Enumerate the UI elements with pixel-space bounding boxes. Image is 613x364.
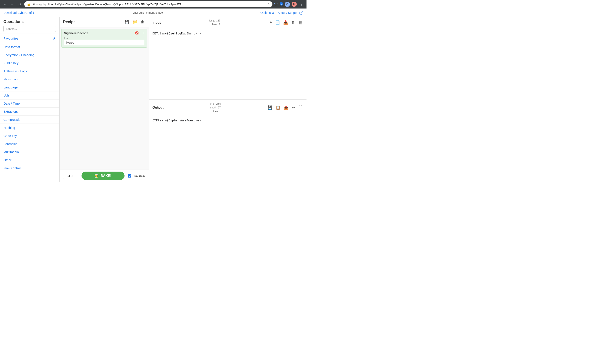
auto-bake-checkbox[interactable] [128, 174, 131, 178]
sidebar-item-hashing[interactable]: Hashing [0, 124, 59, 132]
output-time-label: time: [210, 102, 215, 105]
output-length-value: 27 [218, 106, 221, 109]
notification-badge: 🛡 [274, 2, 278, 7]
bake-button[interactable]: 👨‍🍳 BAKE! [82, 172, 124, 180]
sidebar-item-encryption-encoding[interactable]: Encryption / Encoding [0, 51, 59, 59]
search-input[interactable] [3, 26, 56, 32]
recipe-card-header: Vigenère Decode 🚫 ⏸ [64, 31, 144, 35]
input-panel-header: Input length: 27 lines: 1 + 📄 📥 🗑 ▦ [149, 17, 306, 28]
nav-buttons: ← → ↺ [2, 1, 23, 7]
forensics-label: Forensics [3, 142, 17, 146]
bake-icon: 👨‍🍳 [95, 174, 99, 178]
grid-input-button[interactable]: ▦ [298, 20, 303, 25]
recipe-card-title: Vigenère Decode [64, 31, 88, 35]
recipe-header: Recipe 💾 📁 🗑 [60, 17, 149, 27]
profile-avatar[interactable]: G [285, 2, 290, 7]
export-output-button[interactable]: 📤 [283, 105, 289, 110]
notification-count: 9 [280, 2, 283, 6]
import-input-button[interactable]: 📥 [283, 20, 289, 25]
about-support-button[interactable]: About / Support ? [278, 11, 303, 15]
download-cyberchef-link[interactable]: Download CyberChef ⬇ [3, 11, 35, 14]
sidebar-item-favourites[interactable]: Favourites ★ [0, 34, 59, 43]
topbar: Download CyberChef ⬇ Last build: 6 month… [0, 9, 306, 17]
sidebar-item-arithmetic-logic[interactable]: Arithmetic / Logic [0, 67, 59, 75]
encryption-encoding-label: Encryption / Encoding [3, 53, 34, 57]
copy-output-button[interactable]: 📋 [275, 105, 281, 110]
output-panel-header: Output time: 0ms length: 27 lines: 1 [149, 100, 306, 115]
profile-avatar-2[interactable]: U [292, 2, 297, 7]
recipe-title: Recipe [63, 20, 76, 24]
sidebar-item-date-time[interactable]: Date / Time [0, 100, 59, 108]
delete-input-button[interactable]: 🗑 [290, 20, 296, 25]
key-field: Key [64, 37, 144, 45]
key-input[interactable] [64, 40, 144, 45]
extractors-label: Extractors [3, 110, 18, 113]
open-input-button[interactable]: 📄 [274, 20, 281, 25]
last-build-text: Last build: 6 months ago [133, 11, 163, 14]
multimedia-label: Multimedia [3, 150, 19, 154]
save-recipe-button[interactable]: 💾 [124, 19, 130, 25]
key-label: Key [64, 37, 144, 39]
sidebar-item-utils[interactable]: Utils [0, 91, 59, 100]
output-title: Output [152, 106, 163, 109]
bookmark-icon[interactable]: ☆ [267, 3, 270, 6]
add-input-button[interactable]: + [269, 20, 273, 25]
main-content: Operations Favourites ★ Data format Encr… [0, 17, 306, 182]
browser-menu-button[interactable]: ⋮ [299, 1, 304, 7]
io-container: Input length: 27 lines: 1 + 📄 📥 🗑 ▦ [149, 17, 306, 182]
output-meta: time: 0ms length: 27 lines: 1 [209, 102, 221, 113]
recipe-card-actions: 🚫 ⏸ [135, 31, 144, 35]
pause-operation-button[interactable]: ⏸ [141, 31, 144, 35]
fullscreen-output-button[interactable]: ⛶ [298, 105, 303, 110]
options-icon: ⚙ [272, 11, 274, 14]
browser-chrome: ← → ↺ 🔒 https://gchq.github.io/CyberChef… [0, 0, 306, 9]
options-button[interactable]: Options ⚙ [260, 11, 274, 14]
save-output-button[interactable]: 💾 [267, 105, 273, 110]
code-tidy-label: Code tidy [3, 134, 17, 138]
sidebar-title: Operations [3, 20, 56, 24]
sidebar-item-data-format[interactable]: Data format [0, 43, 59, 51]
input-length-value: 27 [218, 19, 220, 22]
sidebar-item-compression[interactable]: Compression [0, 116, 59, 124]
data-format-label: Data format [3, 45, 20, 49]
output-lines-value: 1 [219, 110, 221, 113]
sidebar-item-other[interactable]: Other [0, 156, 59, 164]
undo-output-button[interactable]: ↩ [291, 105, 296, 110]
sidebar-item-code-tidy[interactable]: Code tidy [0, 132, 59, 140]
sidebar-item-networking[interactable]: Networking [0, 75, 59, 83]
disable-operation-button[interactable]: 🚫 [135, 31, 139, 35]
input-title: Input [152, 21, 161, 25]
output-text: CTFlearn{CiphersAreAwesome} [152, 119, 201, 122]
open-recipe-button[interactable]: 📁 [132, 19, 138, 25]
language-label: Language [3, 85, 18, 89]
utils-label: Utils [3, 93, 10, 97]
auto-bake-text: Auto Bake [133, 174, 145, 177]
sidebar-item-multimedia[interactable]: Multimedia [0, 148, 59, 156]
forward-button[interactable]: → [9, 1, 15, 7]
output-length-label: length: [209, 106, 217, 109]
options-label: Options [260, 11, 271, 14]
recipe-content: Vigenère Decode 🚫 ⏸ Key [60, 27, 149, 169]
input-actions: + 📄 📥 🗑 ▦ [269, 20, 303, 25]
browser-actions: 🛡 9 G U ⋮ [274, 1, 304, 7]
sidebar-item-flow-control[interactable]: Flow control [0, 164, 59, 172]
sidebar-item-forensics[interactable]: Forensics [0, 140, 59, 148]
back-button[interactable]: ← [2, 1, 8, 7]
download-icon: ⬇ [33, 11, 35, 14]
address-bar[interactable]: 🔒 https://gchq.github.io/CyberChef/#reci… [24, 1, 272, 7]
delete-recipe-button[interactable]: 🗑 [140, 19, 145, 25]
input-content[interactable]: DETctysy{QzeffcgRgcBhsjdkf} [149, 28, 306, 99]
arithmetic-logic-label: Arithmetic / Logic [3, 69, 28, 73]
sidebar-item-extractors[interactable]: Extractors [0, 108, 59, 116]
compression-label: Compression [3, 118, 22, 121]
refresh-button[interactable]: ↺ [17, 1, 23, 7]
public-key-label: Public Key [3, 61, 18, 65]
about-label: About / Support [278, 11, 299, 14]
recipe-panel: Recipe 💾 📁 🗑 Vigenère Decode 🚫 ⏸ [60, 17, 149, 182]
hashing-label: Hashing [3, 126, 15, 130]
input-meta: length: 27 lines: 1 [209, 19, 220, 26]
sidebar-item-public-key[interactable]: Public Key [0, 59, 59, 67]
step-button[interactable]: STEP [63, 173, 78, 179]
sidebar-item-language[interactable]: Language [0, 83, 59, 91]
flow-control-label: Flow control [3, 166, 21, 170]
